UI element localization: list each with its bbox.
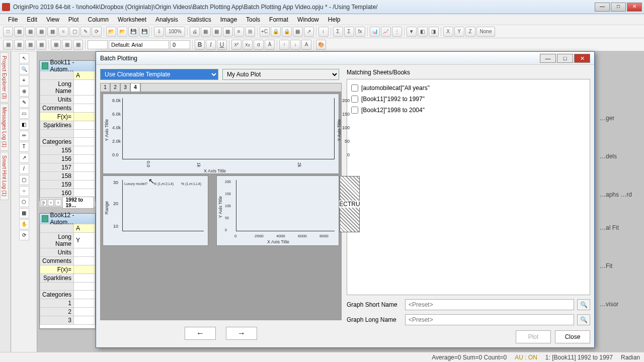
greek-button[interactable]: α: [254, 40, 264, 50]
set-none-button[interactable]: None: [476, 27, 496, 37]
overbar-button[interactable]: Ā: [265, 40, 275, 50]
sheet-nav-prev[interactable]: ‹: [48, 199, 54, 206]
new-workbook-button[interactable]: ▦: [14, 27, 24, 37]
vtab-project-explorer[interactable]: Project Explorer (3): [0, 52, 9, 103]
new-notes-button[interactable]: ✎: [80, 27, 91, 37]
menu-view[interactable]: View: [42, 15, 63, 24]
wks-btn6[interactable]: ▦: [62, 40, 72, 50]
poly-tool[interactable]: ⬠: [19, 197, 29, 207]
workbook-book12[interactable]: Book12 - Autom… A Long NameY Units Comme…: [39, 213, 96, 329]
video-button[interactable]: ▦: [223, 27, 233, 37]
unmask-button[interactable]: ◨: [429, 27, 439, 37]
import-wizard-button[interactable]: ⇩: [154, 27, 164, 37]
lock-button[interactable]: 🔒: [282, 27, 292, 37]
dialog-minimize-button[interactable]: —: [540, 54, 556, 63]
workbook-title[interactable]: Book12 - Autom…: [40, 214, 95, 224]
dialog-titlebar[interactable]: Batch Plotting — □ ✕: [96, 52, 594, 65]
workbook-title[interactable]: Book11 - Autom…: [40, 61, 95, 71]
duplicate-button[interactable]: ▦: [201, 27, 211, 37]
subscript-button[interactable]: x₂: [243, 40, 253, 50]
menu-edit[interactable]: Edit: [23, 15, 41, 24]
sheet-nav-next[interactable]: ›: [55, 199, 61, 206]
prev-template-button[interactable]: ←: [185, 327, 216, 340]
preview-tab-1[interactable]: 1: [100, 83, 110, 92]
set-values-button[interactable]: fx: [355, 27, 365, 37]
wks-btn4[interactable]: ▦: [36, 40, 46, 50]
vtab-messages-log[interactable]: Messages Log (1): [0, 104, 9, 151]
annotation-tool[interactable]: ✎: [19, 98, 29, 108]
wks-btn7[interactable]: ▦: [73, 40, 83, 50]
scatter-chart-button[interactable]: ⋮: [392, 27, 402, 37]
wks-btn1[interactable]: ▦: [3, 40, 13, 50]
font-size-combo[interactable]: [170, 40, 190, 49]
dialog-close-button[interactable]: ✕: [574, 54, 590, 63]
print-button[interactable]: 🖨: [190, 27, 200, 37]
underline-button[interactable]: U: [217, 40, 227, 50]
menu-plot[interactable]: Plot: [64, 15, 83, 24]
dialog-maximize-button[interactable]: □: [557, 54, 573, 63]
circle-tool[interactable]: ○: [19, 186, 29, 196]
template-mode-combo[interactable]: Use Cloneable Template: [100, 69, 218, 80]
save-template-button[interactable]: 💾: [139, 27, 149, 37]
menu-column[interactable]: Column: [84, 15, 113, 24]
match-item[interactable]: [Book11]"1992 to 1997": [350, 94, 587, 105]
template-name-combo[interactable]: My Auto Plot: [222, 69, 339, 80]
long-name-input[interactable]: [405, 314, 574, 325]
arrow-tool[interactable]: ↗: [19, 153, 29, 163]
refresh-button[interactable]: ⟳: [92, 27, 102, 37]
next-template-button[interactable]: →: [226, 327, 257, 340]
superscript-button[interactable]: x²: [231, 40, 242, 50]
recalc-button[interactable]: 🔒: [271, 27, 281, 37]
new-matrix-button[interactable]: ▦: [47, 27, 57, 37]
new-graph-button[interactable]: ▦: [36, 27, 46, 37]
sort-button[interactable]: ↕: [318, 27, 329, 37]
long-name-browse-button[interactable]: 🔍: [577, 314, 590, 325]
italic-button[interactable]: I: [206, 40, 216, 50]
rotate-tool[interactable]: ⟳: [19, 230, 29, 240]
new-function-button[interactable]: ≈: [58, 27, 68, 37]
sheet-nav-first[interactable]: |‹: [41, 199, 47, 206]
short-name-browse-button[interactable]: 🔍: [577, 299, 590, 310]
screen-reader-tool[interactable]: ⊕: [19, 86, 29, 97]
minimize-button[interactable]: —: [595, 3, 610, 12]
menu-format[interactable]: Format: [265, 15, 292, 24]
zoom-combo[interactable]: 100%: [165, 27, 185, 37]
wks-btn5[interactable]: ▦: [51, 40, 61, 50]
format-input1[interactable]: [88, 40, 108, 49]
pointer-tool[interactable]: ↖: [19, 53, 29, 63]
worksheet-grid[interactable]: A Long Name Units Comments F(x)= Sparkli…: [40, 71, 95, 198]
set-y-button[interactable]: Y: [454, 27, 464, 37]
preview-tab-2[interactable]: 2: [110, 83, 120, 92]
new-layout-button[interactable]: ▢: [69, 27, 79, 37]
match-item[interactable]: [automobilecat]"All years": [350, 82, 587, 94]
set-z-button[interactable]: Z: [465, 27, 475, 37]
stats-button[interactable]: Σ: [333, 27, 343, 37]
digitize-button[interactable]: ▦: [293, 27, 303, 37]
open-button[interactable]: 📂: [106, 27, 116, 37]
add-column-button[interactable]: +C: [260, 27, 270, 37]
match-checkbox[interactable]: [351, 96, 358, 103]
menu-worksheet[interactable]: Worksheet: [114, 15, 150, 24]
font-combo[interactable]: [109, 40, 169, 49]
preview-tab-3[interactable]: 3: [120, 83, 130, 92]
slide-show-button[interactable]: ▦: [212, 27, 222, 37]
line-tool[interactable]: /: [19, 164, 29, 174]
rescale-button[interactable]: ⊞: [245, 27, 255, 37]
menu-image[interactable]: Image: [216, 15, 241, 24]
menu-tools[interactable]: Tools: [242, 15, 264, 24]
workbook-book11[interactable]: Book11 - Autom… A Long Name Units Commen…: [39, 60, 96, 201]
menu-statistics[interactable]: Statistics: [183, 15, 215, 24]
region-tool[interactable]: ▭: [19, 109, 29, 119]
reader-tool[interactable]: +: [19, 75, 29, 85]
rect-tool[interactable]: ▢: [19, 175, 29, 185]
match-checkbox[interactable]: [351, 107, 358, 114]
short-name-input[interactable]: [405, 299, 574, 310]
text-tool[interactable]: T: [19, 142, 29, 152]
preview-tab-4[interactable]: 4: [130, 83, 140, 92]
mask-button[interactable]: ◧: [418, 27, 428, 37]
transfer-button[interactable]: ↗: [304, 27, 314, 37]
menu-help[interactable]: Help: [324, 15, 345, 24]
bar-chart-button[interactable]: 📊: [370, 27, 380, 37]
wks-btn3[interactable]: ▦: [25, 40, 35, 50]
vtab-smart-hint[interactable]: Smart Hint Log (1): [0, 152, 9, 200]
